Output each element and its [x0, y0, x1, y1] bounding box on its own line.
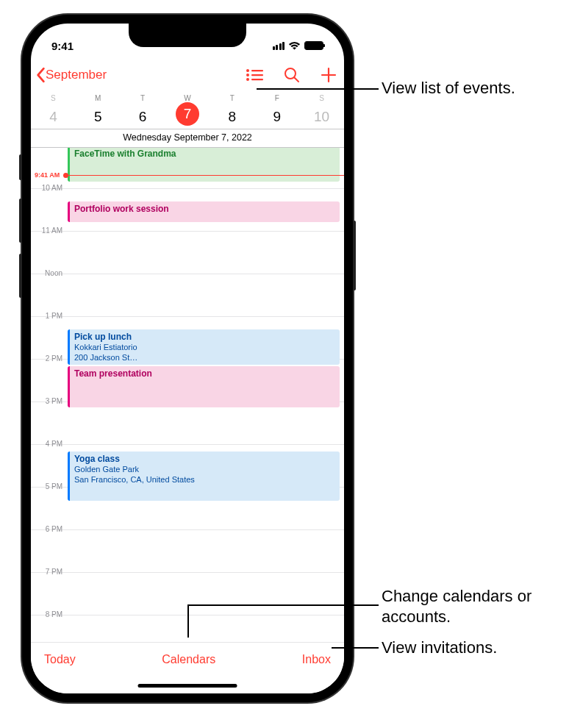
- callout-view-invitations: View invitations.: [382, 638, 497, 658]
- wifi-icon: [288, 41, 301, 51]
- inbox-button[interactable]: Inbox: [302, 653, 331, 666]
- day-number: 8: [210, 105, 254, 129]
- day-letter: W: [165, 94, 210, 102]
- callout-line: [187, 604, 189, 638]
- list-icon: [246, 68, 263, 82]
- event-facetime[interactable]: FaceTime with Grandma: [68, 147, 340, 182]
- day-number: 9: [254, 105, 299, 129]
- day-number: 5: [76, 105, 121, 129]
- date-line: Wednesday September 7, 2022: [31, 129, 344, 147]
- day-column[interactable]: T6: [121, 94, 165, 129]
- volume-down: [19, 254, 22, 298]
- status-time: 9:41: [51, 40, 74, 52]
- hour-label: 9 AM: [35, 147, 62, 149]
- hour-row: 6 PM: [31, 529, 344, 572]
- svg-rect-5: [251, 79, 263, 80]
- day-column[interactable]: W7: [165, 94, 210, 129]
- power-button: [353, 221, 356, 290]
- day-number: 7: [176, 102, 199, 126]
- event-lunch[interactable]: Pick up lunch Kokkari Estiatorio 200 Jac…: [68, 329, 340, 365]
- event-address: San Francisco, CA, United States: [74, 475, 335, 485]
- event-location: Golden Gate Park: [74, 465, 335, 475]
- day-column[interactable]: F9: [254, 94, 299, 129]
- day-number: 4: [31, 105, 76, 129]
- event-title: Pick up lunch: [74, 332, 335, 343]
- back-button[interactable]: September: [35, 67, 107, 83]
- plus-icon: [321, 67, 337, 83]
- add-event-button[interactable]: [321, 67, 337, 83]
- day-letter: S: [31, 94, 76, 102]
- status-right: [273, 41, 324, 51]
- event-address: 200 Jackson St…: [74, 353, 335, 363]
- event-title: Yoga class: [74, 454, 335, 465]
- cellular-icon: [273, 42, 285, 50]
- timeline[interactable]: 8 PM7 PM6 PM5 PM4 PM3 PM2 PM1 PMNoon11 A…: [31, 147, 344, 640]
- screen: 9:41 September: [31, 24, 344, 693]
- search-button[interactable]: [284, 67, 300, 83]
- day-number: 6: [121, 105, 165, 129]
- day-column[interactable]: T8: [210, 94, 254, 129]
- event-title: Portfolio work session: [74, 204, 335, 215]
- now-time-label: 9:41 AM: [33, 171, 61, 179]
- volume-up: [19, 199, 22, 243]
- phone-frame: 9:41 September: [22, 15, 353, 702]
- day-column[interactable]: S10: [299, 94, 344, 129]
- svg-rect-1: [251, 70, 263, 71]
- day-letter: T: [121, 94, 165, 102]
- hour-row: 11 AM: [31, 231, 344, 274]
- back-label: September: [46, 68, 107, 82]
- callout-line: [332, 647, 379, 649]
- event-title: Team presentation: [74, 368, 335, 379]
- hour-row: 3 PM: [31, 402, 344, 444]
- event-presentation[interactable]: Team presentation: [68, 366, 340, 407]
- home-indicator[interactable]: [138, 684, 237, 688]
- search-icon: [284, 67, 300, 83]
- today-button[interactable]: Today: [44, 653, 76, 666]
- notch: [129, 24, 246, 47]
- svg-point-4: [246, 78, 249, 81]
- svg-point-2: [246, 74, 249, 76]
- calendars-button[interactable]: Calendars: [162, 653, 215, 666]
- now-indicator: [66, 175, 344, 176]
- day-letter: S: [299, 94, 344, 102]
- day-number: 10: [299, 105, 344, 129]
- hour-row: Noon: [31, 274, 344, 316]
- chevron-left-icon: [35, 67, 46, 83]
- event-location: Kokkari Estiatorio: [74, 343, 335, 353]
- nav-bar: September: [31, 59, 344, 91]
- week-header: S4M5T6W7T8F9S10: [31, 91, 344, 129]
- day-letter: F: [254, 94, 299, 102]
- day-column[interactable]: M5: [76, 94, 121, 129]
- callout-change-calendars: Change calendars or accounts.: [382, 586, 569, 627]
- list-view-button[interactable]: [246, 68, 263, 82]
- callout-line: [257, 88, 379, 90]
- event-yoga[interactable]: Yoga class Golden Gate Park San Francisc…: [68, 452, 340, 501]
- event-title: FaceTime with Grandma: [74, 149, 335, 160]
- callout-line: [187, 604, 379, 606]
- callout-list-events: View list of events.: [382, 78, 515, 99]
- day-letter: T: [210, 94, 254, 102]
- day-letter: M: [76, 94, 121, 102]
- event-portfolio[interactable]: Portfolio work session: [68, 201, 340, 222]
- day-column[interactable]: S4: [31, 94, 76, 129]
- mute-switch: [19, 154, 22, 180]
- svg-line-7: [295, 78, 299, 82]
- battery-icon: [304, 41, 323, 50]
- svg-point-0: [246, 69, 249, 72]
- svg-rect-3: [251, 74, 263, 76]
